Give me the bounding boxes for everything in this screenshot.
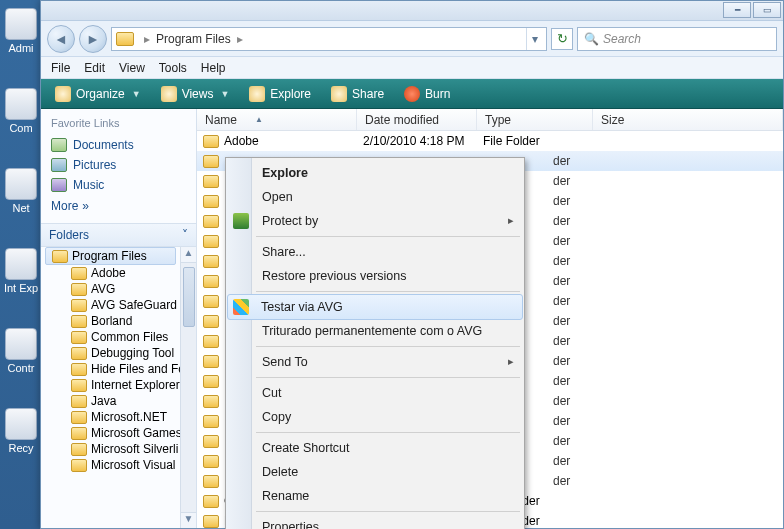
menu-edit[interactable]: Edit	[84, 61, 105, 75]
context-item[interactable]: Testar via AVG	[227, 294, 523, 320]
share-icon	[331, 86, 347, 102]
context-item[interactable]: Create Shortcut	[228, 436, 522, 460]
views-button[interactable]: Views ▼	[155, 83, 236, 105]
tree-node[interactable]: Internet Explorer	[41, 377, 180, 393]
desktop-icon[interactable]: Com	[0, 82, 42, 136]
context-item[interactable]: Open	[228, 185, 522, 209]
folder-tree[interactable]: Program FilesAdobeAVGAVG SafeGuard tBorl…	[41, 247, 180, 528]
tree-node[interactable]: Microsoft Games	[41, 425, 180, 441]
desktop-icon-label: Net	[12, 202, 29, 214]
tree-label: Adobe	[91, 266, 126, 280]
share-button[interactable]: Share	[325, 83, 390, 105]
desktop-icons: AdmiComNetInt ExpContrRecy	[0, 0, 42, 456]
explore-button[interactable]: Explore	[243, 83, 317, 105]
address-bar[interactable]: ▸ Program Files ▸ ▾	[111, 27, 547, 51]
tree-node[interactable]: AVG SafeGuard t	[41, 297, 180, 313]
column-label: Size	[601, 113, 624, 127]
menu-tools[interactable]: Tools	[159, 61, 187, 75]
tree-node[interactable]: Microsoft Silverli	[41, 441, 180, 457]
breadcrumb[interactable]: Program Files	[154, 32, 233, 46]
context-item[interactable]: Protect by	[228, 209, 522, 233]
tree-node[interactable]: AVG	[41, 281, 180, 297]
search-input[interactable]: 🔍 Search	[577, 27, 777, 51]
tree-node[interactable]: Common Files	[41, 329, 180, 345]
desktop-icon[interactable]: Contr	[0, 322, 42, 376]
menu-help[interactable]: Help	[201, 61, 226, 75]
cell-name: Adobe	[197, 134, 357, 148]
organize-button[interactable]: Organize ▼	[49, 83, 147, 105]
tree-node[interactable]: Borland	[41, 313, 180, 329]
column-size[interactable]: Size	[593, 109, 783, 130]
favorite-documents[interactable]: Documents	[51, 135, 186, 155]
folder-icon	[71, 299, 87, 312]
tree-node[interactable]: Microsoft.NET	[41, 409, 180, 425]
context-label: Restore previous versions	[262, 269, 407, 283]
burn-button[interactable]: Burn	[398, 83, 456, 105]
menu-view[interactable]: View	[119, 61, 145, 75]
context-label: Testar via AVG	[261, 300, 343, 314]
desktop-icon[interactable]: Admi	[0, 2, 42, 56]
tree-node[interactable]: Debugging Tool	[41, 345, 180, 361]
context-separator	[256, 432, 520, 433]
cell-type: File Folder	[477, 134, 593, 148]
scroll-thumb[interactable]	[183, 267, 195, 327]
back-button[interactable]: ◄	[47, 25, 75, 53]
favorite-pictures[interactable]: Pictures	[51, 155, 186, 175]
window-minimize-button[interactable]	[723, 2, 751, 18]
table-row[interactable]: Adobe2/10/2010 4:18 PMFile Folder	[197, 131, 783, 151]
folder-icon	[203, 435, 219, 448]
context-item[interactable]: Delete	[228, 460, 522, 484]
context-item[interactable]: Send To	[228, 350, 522, 374]
chevron-down-icon: ▼	[220, 89, 229, 99]
folders-label: Folders	[49, 228, 89, 242]
column-headers[interactable]: Name ▲ Date modified Type Size	[197, 109, 783, 131]
favorites-more[interactable]: More »	[51, 195, 186, 219]
context-item[interactable]: Restore previous versions	[228, 264, 522, 288]
desktop-icon[interactable]: Net	[0, 162, 42, 216]
context-item[interactable]: Share...	[228, 240, 522, 264]
context-item[interactable]: Properties	[228, 515, 522, 529]
folder-icon	[203, 375, 219, 388]
forward-button[interactable]: ►	[79, 25, 107, 53]
folder-icon	[71, 395, 87, 408]
tree-node[interactable]: Hide Files and Fo	[41, 361, 180, 377]
tree-scrollbar[interactable]: ▲ ▼	[180, 247, 196, 528]
tree-label: AVG	[91, 282, 115, 296]
desktop-icon[interactable]: Int Exp	[0, 242, 42, 296]
menu-file[interactable]: File	[51, 61, 70, 75]
more-label: More	[51, 199, 78, 213]
context-item[interactable]: Cut	[228, 381, 522, 405]
context-separator	[256, 511, 520, 512]
folder-icon	[203, 395, 219, 408]
tree-node[interactable]: Adobe	[41, 265, 180, 281]
tree-label: Common Files	[91, 330, 168, 344]
folders-header[interactable]: Folders ˅	[41, 223, 196, 247]
context-label: Open	[262, 190, 293, 204]
tree-label: Debugging Tool	[91, 346, 174, 360]
column-date[interactable]: Date modified	[357, 109, 477, 130]
folder-icon	[203, 295, 219, 308]
folder-icon	[203, 515, 219, 528]
titlebar[interactable]	[41, 1, 783, 21]
tree-node-root[interactable]: Program Files	[45, 247, 176, 265]
context-item[interactable]: Copy	[228, 405, 522, 429]
context-menu[interactable]: ExploreOpenProtect byShare...Restore pre…	[225, 157, 525, 529]
column-type[interactable]: Type	[477, 109, 593, 130]
desktop-icon[interactable]: Recy	[0, 402, 42, 456]
avg-icon	[233, 299, 249, 315]
context-item[interactable]: Explore	[228, 161, 522, 185]
address-dropdown[interactable]: ▾	[526, 28, 542, 50]
column-name[interactable]: Name ▲	[197, 109, 357, 130]
folder-icon	[71, 315, 87, 328]
context-item[interactable]: Triturado permanentemente com o AVG	[228, 319, 522, 343]
window-maximize-button[interactable]	[753, 2, 781, 18]
tree-node[interactable]: Java	[41, 393, 180, 409]
scroll-down-icon[interactable]: ▼	[181, 512, 196, 528]
scroll-up-icon[interactable]: ▲	[181, 247, 196, 263]
refresh-button[interactable]: ↻	[551, 28, 573, 50]
folder-icon	[71, 347, 87, 360]
context-item[interactable]: Rename	[228, 484, 522, 508]
tree-label: Program Files	[72, 249, 147, 263]
tree-node[interactable]: Microsoft Visual	[41, 457, 180, 473]
favorite-music[interactable]: Music	[51, 175, 186, 195]
